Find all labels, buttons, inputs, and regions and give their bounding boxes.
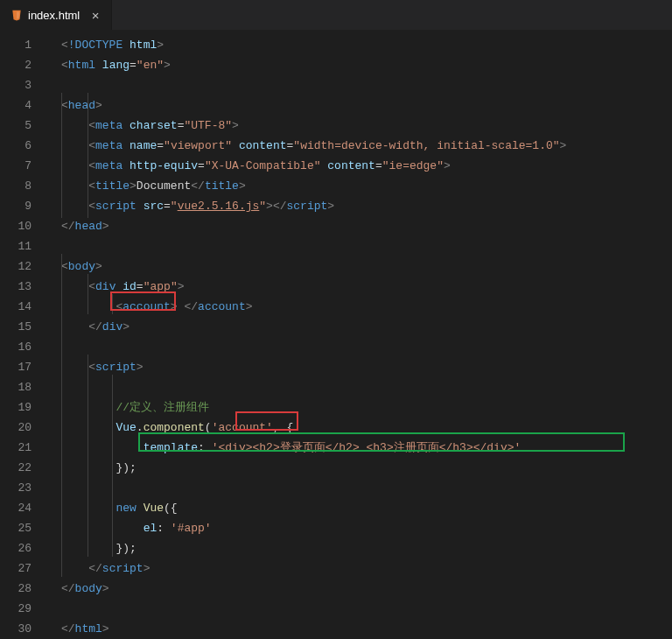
indent-guide bbox=[112, 294, 113, 314]
editor-window: index.html × 12345 678910 1112131415 161… bbox=[0, 0, 672, 639]
indent-guide bbox=[61, 93, 62, 218]
close-icon[interactable]: × bbox=[88, 9, 102, 22]
indent-guide bbox=[88, 93, 88, 218]
code-editor[interactable]: 12345 678910 1112131415 1617181920 21222… bbox=[0, 30, 672, 639]
tab-bar: index.html × bbox=[0, 0, 672, 30]
code-area[interactable]: <!DOCTYPE html> <html lang="en"> <head> … bbox=[47, 30, 672, 639]
line-numbers: 12345 678910 1112131415 1617181920 21222… bbox=[0, 30, 47, 639]
indent-guide bbox=[88, 274, 88, 314]
indent-guide bbox=[112, 375, 113, 557]
indent-guide bbox=[88, 355, 88, 557]
html-file-icon bbox=[10, 9, 23, 21]
tab-index-html[interactable]: index.html × bbox=[0, 0, 112, 30]
indent-guide bbox=[61, 254, 62, 577]
tab-label: index.html bbox=[28, 9, 80, 22]
